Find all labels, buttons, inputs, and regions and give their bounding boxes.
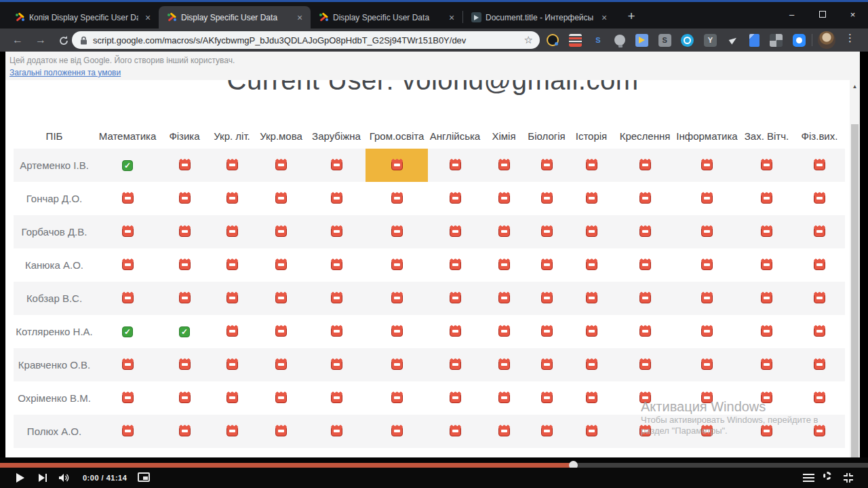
column-header: ПІБ [14, 123, 95, 149]
badge-emoji [498, 293, 510, 303]
tab-close-icon[interactable]: × [599, 13, 610, 22]
status-cell [482, 315, 526, 348]
check-emoji: ✓ [122, 326, 133, 337]
status-cell [160, 215, 209, 248]
status-cell [568, 149, 615, 182]
search-extension-icon[interactable] [681, 34, 694, 47]
video-progress-bar[interactable] [0, 463, 868, 468]
camera-extension-icon[interactable] [793, 34, 806, 47]
status-cell [526, 315, 568, 348]
tab-close-icon[interactable]: × [446, 13, 457, 22]
scrollbar-thumb[interactable] [851, 124, 859, 457]
warning-message: Цей додаток не від Google. Його створив … [9, 56, 235, 65]
status-cell [366, 415, 428, 448]
badge-emoji [275, 393, 287, 403]
grid-extension-icon[interactable] [770, 34, 783, 47]
badge-emoji [586, 260, 597, 270]
status-cell [675, 348, 739, 381]
address-bar[interactable]: script.google.com/macros/s/AKfycbwmgP_bJ… [72, 31, 540, 49]
badge-emoji [541, 260, 553, 270]
status-cell [366, 381, 428, 415]
badge-emoji [541, 326, 553, 337]
badge-emoji [275, 326, 287, 337]
status-cell: ✓ [95, 315, 160, 348]
badge-emoji [814, 227, 825, 237]
status-cell [160, 182, 209, 215]
status-cell [526, 415, 568, 448]
progress-fill [0, 463, 573, 468]
y-extension-icon[interactable]: Y [704, 34, 717, 47]
rocket-extension-icon[interactable] [727, 34, 740, 47]
arrow-extension-icon[interactable] [635, 34, 648, 47]
badge-emoji [391, 260, 403, 270]
check-emoji: ✓ [179, 326, 190, 337]
status-cell [366, 182, 428, 215]
url-text[interactable]: script.google.com/macros/s/AKfycbwmgP_bJ… [93, 35, 520, 45]
browser-menu-icon[interactable]: ⋮ [845, 32, 855, 44]
browser-toolbar: ← → script.google.com/macros/s/AKfycbwmg… [0, 29, 868, 52]
badge-emoji [331, 293, 342, 303]
status-cell [568, 315, 615, 348]
next-track-button[interactable] [39, 474, 48, 482]
new-tab-button[interactable]: + [623, 9, 639, 24]
play-button[interactable] [16, 473, 24, 483]
badge-emoji [701, 193, 713, 204]
tab-close-icon[interactable]: × [142, 13, 153, 22]
profile-avatar[interactable] [818, 31, 835, 49]
badge-emoji [122, 193, 134, 204]
tab-title: Document.title - Интерфейсы ве [486, 13, 595, 22]
s-blue-extension-icon[interactable]: S [591, 34, 604, 47]
badge-emoji [541, 227, 553, 237]
badge-emoji [275, 260, 287, 270]
back-button[interactable]: ← [12, 32, 23, 48]
picture-in-picture-button[interactable] [138, 472, 150, 482]
tab-copy-display-specific-user-data[interactable]: Копія Display Specific User Data × [7, 6, 159, 29]
maximize-button[interactable] [807, 10, 837, 20]
bookmark-star-icon[interactable]: ☆ [524, 34, 533, 46]
volume-icon[interactable] [58, 472, 71, 486]
status-cell [428, 282, 482, 315]
maximize-icon [819, 11, 826, 18]
badge-emoji [391, 360, 403, 370]
apps-script-warning-banner: Цей додаток не від Google. Його створив … [5, 52, 860, 80]
settings-gear-icon[interactable] [823, 472, 831, 480]
status-cell [307, 315, 366, 348]
badge-emoji [814, 426, 825, 436]
video-player-frame: Копія Display Specific User Data × Displ… [0, 0, 868, 488]
tab-display-specific-user-data[interactable]: Display Specific User Data × [311, 6, 462, 29]
tab-display-specific-user-data-active[interactable]: Display Specific User Data × [159, 6, 311, 29]
lightbulb-extension-icon[interactable] [614, 35, 625, 45]
terms-link[interactable]: Загальні положення та умови [9, 68, 121, 77]
status-cell [95, 348, 160, 381]
column-header: Математика [95, 123, 160, 149]
badge-emoji [122, 426, 134, 436]
badge-emoji [701, 227, 713, 237]
close-button[interactable]: × [837, 10, 868, 20]
forward-button[interactable]: → [35, 32, 46, 48]
doc-extension-icon[interactable] [749, 34, 760, 47]
badge-emoji [498, 426, 510, 436]
reload-button[interactable] [58, 35, 69, 51]
minimize-button[interactable]: – [776, 10, 807, 20]
status-cell [675, 182, 739, 215]
badge-emoji [391, 293, 403, 303]
reader-extension-icon[interactable] [569, 34, 582, 47]
status-cell [307, 282, 366, 315]
playlist-menu-icon[interactable] [803, 474, 814, 475]
ring-extension-icon[interactable] [547, 34, 559, 46]
lock-icon[interactable] [80, 36, 87, 45]
status-cell [794, 215, 845, 248]
badge-emoji [179, 293, 191, 303]
tab-title: Display Specific User Data [333, 13, 442, 22]
status-cell [568, 348, 615, 381]
badge-emoji [122, 393, 134, 403]
exit-fullscreen-icon[interactable] [843, 472, 854, 486]
scroll-up-icon[interactable]: ▲ [850, 80, 860, 90]
status-cell [307, 182, 366, 215]
s-gray-extension-icon[interactable]: S [658, 34, 671, 47]
badge-emoji [450, 426, 461, 436]
tab-close-icon[interactable]: × [294, 13, 305, 22]
status-cell [482, 215, 526, 248]
vertical-scrollbar[interactable]: ▲ [850, 80, 860, 457]
tab-document-title[interactable]: Document.title - Интерфейсы ве × [463, 6, 615, 29]
